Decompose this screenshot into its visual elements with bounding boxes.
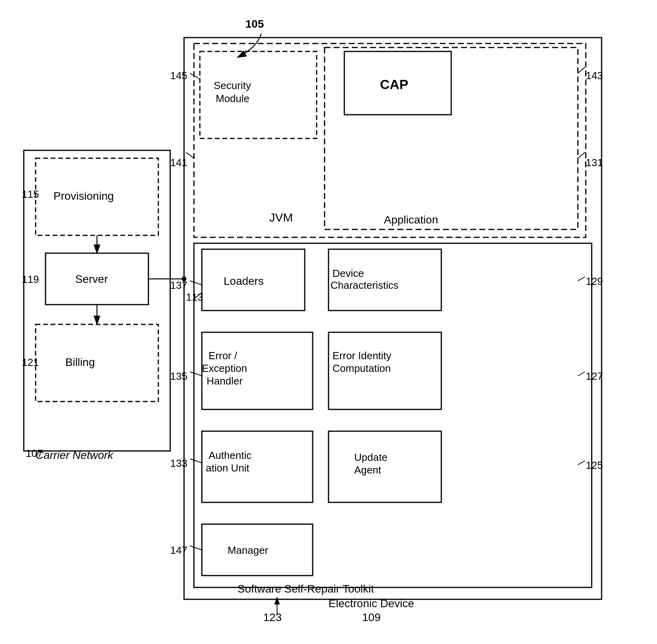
billing-label: Billing xyxy=(65,356,95,368)
application-label: Application xyxy=(384,214,438,226)
line-125 xyxy=(578,461,585,465)
auth-unit-label-2: ation Unit xyxy=(206,462,250,474)
electronic-device-label: Electronic Device xyxy=(328,597,414,610)
device-chars-label-1: Device xyxy=(332,267,364,279)
ref-129: 129 xyxy=(586,275,603,287)
line-145 xyxy=(190,73,200,79)
security-module-label-1: Security xyxy=(214,80,251,91)
ref-105: 105 xyxy=(245,18,264,30)
update-agent-box xyxy=(328,431,441,502)
update-agent-label-2: Agent xyxy=(354,464,382,476)
billing-box xyxy=(36,324,158,402)
ref-113: 113 xyxy=(186,291,203,303)
line-133 xyxy=(190,459,202,463)
ref-143: 143 xyxy=(586,70,603,81)
ref-107: 107 xyxy=(26,447,43,459)
ref-141: 141 xyxy=(170,157,187,169)
junction-dot xyxy=(182,277,186,281)
ssrt-box xyxy=(194,243,592,587)
ref-109: 109 xyxy=(362,611,381,623)
jvm-box xyxy=(194,44,586,237)
line-127 xyxy=(578,372,585,376)
ref-119: 119 xyxy=(22,273,39,285)
line-143 xyxy=(578,67,585,73)
jvm-label: JVM xyxy=(269,211,293,224)
update-agent-label-1: Update xyxy=(354,451,387,463)
error-handler-label-3: Handler xyxy=(207,375,243,387)
ref-135: 135 xyxy=(170,370,187,382)
ssrt-label: Software Self-Repair Toolkit xyxy=(237,583,374,595)
electronic-device-box xyxy=(184,38,602,599)
device-chars-label-2: Characteristics xyxy=(330,279,399,291)
error-identity-label-1: Error Identity xyxy=(332,350,391,362)
security-module-label-2: Module xyxy=(216,93,249,104)
ref-125: 125 xyxy=(586,459,603,471)
ref-121: 121 xyxy=(22,356,39,368)
line-147 xyxy=(190,546,202,550)
line-137 xyxy=(190,281,202,285)
auth-unit-label-1: Authentic xyxy=(209,449,251,461)
ref-127: 127 xyxy=(586,370,603,382)
line-129 xyxy=(578,277,585,281)
server-label: Server xyxy=(75,273,108,285)
carrier-network-label: Carrier Network xyxy=(36,449,114,461)
provisioning-label: Provisioning xyxy=(53,190,114,202)
ref-131: 131 xyxy=(586,157,603,169)
ref-115: 115 xyxy=(22,188,39,200)
loaders-label: Loaders xyxy=(224,275,264,287)
ref-145: 145 xyxy=(170,70,187,81)
error-handler-label-2: Exception xyxy=(202,362,247,374)
ref-147: 147 xyxy=(170,544,187,556)
manager-label: Manager xyxy=(228,544,268,556)
ref-123: 123 xyxy=(263,611,282,623)
line-131 xyxy=(578,152,585,158)
diagram-svg: 105 Electronic Device 109 123 Software S… xyxy=(0,0,657,644)
cap-label: CAP xyxy=(380,77,408,92)
line-135 xyxy=(190,372,202,376)
diagram: 105 Electronic Device 109 123 Software S… xyxy=(0,0,657,644)
ref-133: 133 xyxy=(170,457,187,469)
error-identity-label-2: Computation xyxy=(332,362,391,374)
error-handler-label-1: Error / xyxy=(209,350,237,362)
